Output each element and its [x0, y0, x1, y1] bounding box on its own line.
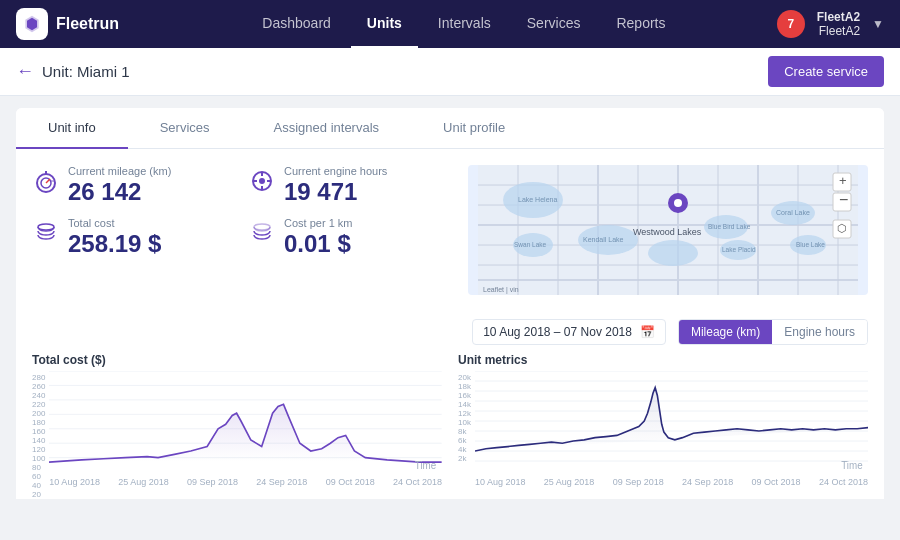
subheader: ← Unit: Miami 1 Create service	[0, 48, 900, 96]
cost-per-km-label: Cost per 1 km	[284, 217, 352, 229]
nav-units[interactable]: Units	[351, 0, 418, 48]
map-svg: Lake Helena Swan Lake Kendall Lake Blue …	[468, 165, 868, 295]
total-cost-stat: Total cost 258.19 $	[32, 217, 236, 257]
stats-grid: Current mileage (km) 26 142	[32, 165, 452, 258]
mileage-stat: Current mileage (km) 26 142	[32, 165, 236, 205]
svg-point-10	[38, 224, 54, 230]
cost-y-axis: 280 260 240 220 200 180 160 140 120 100 …	[32, 371, 45, 461]
nav-dashboard[interactable]: Dashboard	[246, 0, 347, 48]
svg-text:⬡: ⬡	[837, 222, 847, 234]
svg-point-45	[674, 199, 682, 207]
cost-per-km-icon	[248, 219, 276, 251]
engine-hours-toggle-btn[interactable]: Engine hours	[772, 320, 867, 344]
svg-text:Lake Helena: Lake Helena	[518, 196, 557, 203]
main-content: Unit info Services Assigned intervals Un…	[0, 96, 900, 540]
cost-per-km-stat: Cost per 1 km 0.01 $	[248, 217, 452, 257]
main-nav: Dashboard Units Intervals Services Repor…	[151, 0, 777, 48]
stats-section: Current mileage (km) 26 142	[32, 165, 452, 295]
logo-icon	[16, 8, 48, 40]
date-range-value: 10 Aug 2018 – 07 Nov 2018	[483, 325, 632, 339]
metrics-y-axis: 20k 18k 16k 14k 12k 10k 8k 6k 4k 2k	[458, 371, 471, 461]
engine-value: 19 471	[284, 179, 387, 205]
unit-info-panel: Current mileage (km) 26 142	[16, 149, 884, 311]
logo: Fleetrun	[16, 8, 119, 40]
svg-text:−: −	[839, 191, 848, 208]
app-title: Fleetrun	[56, 15, 119, 33]
total-cost-label: Total cost	[68, 217, 161, 229]
tab-unit-profile[interactable]: Unit profile	[411, 108, 537, 149]
cost-chart-svg: Time	[49, 371, 442, 471]
metrics-chart-svg: Time	[475, 371, 868, 471]
engine-icon	[248, 167, 276, 199]
tab-bar: Unit info Services Assigned intervals Un…	[16, 108, 884, 149]
create-service-button[interactable]: Create service	[768, 56, 884, 87]
user-menu[interactable]: FleetA2 FleetA2	[817, 10, 860, 38]
svg-point-11	[254, 224, 270, 230]
tab-services[interactable]: Services	[128, 108, 242, 149]
unit-title: Unit: Miami 1	[42, 63, 130, 80]
tab-unit-info[interactable]: Unit info	[16, 108, 128, 149]
nav-reports[interactable]: Reports	[600, 0, 681, 48]
fleetrun-logo-svg	[22, 14, 42, 34]
svg-text:Westwood Lakes: Westwood Lakes	[633, 227, 702, 237]
header: Fleetrun Dashboard Units Intervals Servi…	[0, 0, 900, 48]
mileage-toggle-btn[interactable]: Mileage (km)	[679, 320, 772, 344]
mileage-value: 26 142	[68, 179, 171, 205]
mileage-label: Current mileage (km)	[68, 165, 171, 177]
cost-per-km-value: 0.01 $	[284, 231, 352, 257]
unit-metrics-chart: Unit metrics 20k 18k 16k 14k 12k 10k 8k …	[458, 353, 868, 487]
header-right: 7 FleetA2 FleetA2 ▼	[777, 10, 884, 38]
mileage-icon	[32, 167, 60, 199]
metric-toggle: Mileage (km) Engine hours	[678, 319, 868, 345]
svg-text:Lake Placid: Lake Placid	[722, 246, 756, 253]
cost-x-axis: 10 Aug 2018 25 Aug 2018 09 Sep 2018 24 S…	[49, 477, 442, 487]
charts-row: Total cost ($) 280 260 240 220 200 180 1…	[16, 353, 884, 499]
svg-text:Time: Time	[841, 460, 863, 471]
date-range-picker[interactable]: 10 Aug 2018 – 07 Nov 2018 📅	[472, 319, 666, 345]
tab-assigned-intervals[interactable]: Assigned intervals	[242, 108, 412, 149]
svg-point-5	[259, 178, 265, 184]
engine-label: Current engine hours	[284, 165, 387, 177]
svg-text:Time: Time	[415, 460, 437, 471]
unit-breadcrumb[interactable]: ← Unit: Miami 1	[16, 61, 130, 82]
calendar-icon: 📅	[640, 325, 655, 339]
svg-point-34	[648, 240, 698, 266]
svg-text:Swan Lake: Swan Lake	[514, 241, 547, 248]
svg-text:Coral Lake: Coral Lake	[776, 209, 810, 216]
user-chevron-icon: ▼	[872, 17, 884, 31]
user-fleet: FleetA2	[817, 10, 860, 24]
svg-text:+: +	[839, 173, 847, 188]
svg-text:Blue Bird Lake: Blue Bird Lake	[708, 223, 751, 230]
unit-panel: Unit info Services Assigned intervals Un…	[16, 108, 884, 499]
date-range-row: 10 Aug 2018 – 07 Nov 2018 📅 Mileage (km)…	[16, 311, 884, 345]
total-cost-chart: Total cost ($) 280 260 240 220 200 180 1…	[32, 353, 442, 487]
nav-services[interactable]: Services	[511, 0, 597, 48]
unit-map: Lake Helena Swan Lake Kendall Lake Blue …	[468, 165, 868, 295]
back-arrow-icon: ←	[16, 61, 34, 82]
svg-text:Leaflet | vin: Leaflet | vin	[483, 286, 519, 294]
total-cost-chart-title: Total cost ($)	[32, 353, 442, 367]
unit-metrics-chart-title: Unit metrics	[458, 353, 868, 367]
total-cost-value: 258.19 $	[68, 231, 161, 257]
svg-text:Blue Lake: Blue Lake	[796, 241, 825, 248]
engine-stat: Current engine hours 19 471	[248, 165, 452, 205]
cost-icon	[32, 219, 60, 251]
notification-badge[interactable]: 7	[777, 10, 805, 38]
nav-intervals[interactable]: Intervals	[422, 0, 507, 48]
user-sub: FleetA2	[819, 24, 860, 38]
svg-text:Kendall Lake: Kendall Lake	[583, 236, 624, 243]
metrics-x-axis: 10 Aug 2018 25 Aug 2018 09 Sep 2018 24 S…	[475, 477, 868, 487]
